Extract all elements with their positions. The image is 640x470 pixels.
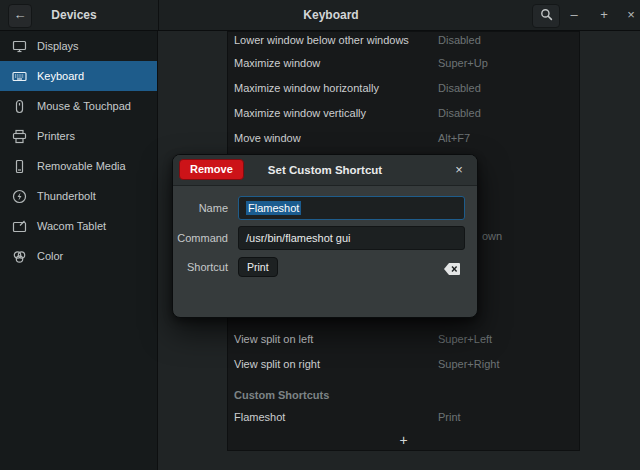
custom-shortcut-row[interactable]: Flameshot Print bbox=[228, 409, 579, 425]
maximize-button[interactable]: + bbox=[593, 4, 615, 26]
shortcut-label: Maximize window bbox=[234, 55, 320, 71]
shortcut-key-badge[interactable]: Print bbox=[238, 257, 278, 277]
set-custom-shortcut-dialog: Remove Set Custom Shortcut × Name Flames… bbox=[172, 154, 478, 318]
shortcut-label: Lower window below other windows bbox=[234, 32, 409, 48]
minimize-button[interactable]: – bbox=[563, 4, 585, 26]
dialog-headerbar: Remove Set Custom Shortcut × bbox=[173, 155, 477, 186]
shortcut-value: Disabled bbox=[438, 105, 481, 121]
shortcut-row[interactable]: View split on left Super+Left bbox=[228, 331, 579, 347]
add-shortcut-button[interactable]: + bbox=[228, 431, 579, 449]
sidebar-item-label: Wacom Tablet bbox=[37, 220, 106, 232]
mouse-icon bbox=[12, 99, 27, 114]
sidebar-item-label: Thunderbolt bbox=[37, 190, 96, 202]
minimize-icon: – bbox=[570, 7, 577, 22]
search-button[interactable] bbox=[532, 4, 560, 28]
name-input[interactable]: Flameshot bbox=[238, 196, 465, 220]
sidebar-item-wacom-tablet[interactable]: Wacom Tablet bbox=[0, 211, 157, 241]
sidebar-item-label: Removable Media bbox=[37, 160, 126, 172]
sidebar-item-label: Color bbox=[37, 250, 63, 262]
sidebar-item-displays[interactable]: Displays bbox=[0, 31, 157, 61]
name-input-selected-text: Flameshot bbox=[246, 201, 301, 215]
sidebar-item-keyboard[interactable]: Keyboard bbox=[0, 61, 157, 91]
dialog-close-icon: × bbox=[455, 162, 463, 177]
shortcut-label: Maximize window horizontally bbox=[234, 80, 379, 96]
shortcut-value: Alt+F7 bbox=[438, 130, 470, 146]
headerbar: ← Devices Keyboard – + × bbox=[0, 0, 640, 31]
shortcut-row[interactable]: Maximize window horizontally Disabled bbox=[228, 80, 579, 96]
remove-button[interactable]: Remove bbox=[179, 159, 244, 180]
printer-icon bbox=[12, 129, 27, 144]
shortcut-row[interactable]: Maximize window Super+Up bbox=[228, 55, 579, 71]
shortcut-value: Disabled bbox=[438, 32, 481, 48]
shortcut-row[interactable]: Maximize window vertically Disabled bbox=[228, 105, 579, 121]
headerbar-title-devices: Devices bbox=[0, 0, 148, 30]
shortcut-value: Disabled bbox=[438, 80, 481, 96]
shortcut-row[interactable]: Lower window below other windows Disable… bbox=[228, 32, 579, 48]
wacom-tablet-icon bbox=[12, 219, 27, 234]
sidebar-item-removable-media[interactable]: Removable Media bbox=[0, 151, 157, 181]
headerbar-title-keyboard: Keyboard bbox=[158, 0, 504, 30]
clear-shortcut-icon[interactable] bbox=[444, 261, 460, 273]
shortcut-value: Super+Right bbox=[438, 356, 499, 372]
command-field-label: Command bbox=[173, 226, 228, 250]
shortcut-label: View split on right bbox=[234, 356, 320, 372]
shortcut-field-label: Shortcut bbox=[173, 255, 228, 279]
shortcut-label: Maximize window vertically bbox=[234, 105, 366, 121]
command-input[interactable]: /usr/bin/flameshot gui bbox=[238, 226, 465, 250]
sidebar-item-thunderbolt[interactable]: Thunderbolt bbox=[0, 181, 157, 211]
shortcut-label: View split on left bbox=[234, 331, 313, 347]
sidebar-item-label: Printers bbox=[37, 130, 75, 142]
sidebar-item-mouse-touchpad[interactable]: Mouse & Touchpad bbox=[0, 91, 157, 121]
sidebar-item-color[interactable]: Color bbox=[0, 241, 157, 271]
shortcut-row[interactable]: View split on right Super+Right bbox=[228, 356, 579, 372]
sidebar-item-label: Displays bbox=[37, 40, 79, 52]
name-field-label: Name bbox=[173, 196, 228, 220]
settings-window: ← Devices Keyboard – + × Displays Keyboa… bbox=[0, 0, 640, 470]
shortcut-label: Move window bbox=[234, 130, 301, 146]
close-icon: × bbox=[627, 7, 635, 22]
close-button[interactable]: × bbox=[620, 4, 640, 26]
sidebar-item-label: Keyboard bbox=[37, 70, 84, 82]
shortcut-value: Super+Left bbox=[438, 331, 492, 347]
shortcut-label: Flameshot bbox=[234, 409, 285, 425]
removable-media-icon bbox=[12, 159, 27, 174]
sidebar-item-label: Mouse & Touchpad bbox=[37, 100, 131, 112]
sidebar-item-printers[interactable]: Printers bbox=[0, 121, 157, 151]
color-icon bbox=[12, 249, 27, 264]
shortcut-value: Super+Up bbox=[438, 55, 488, 71]
maximize-icon: + bbox=[600, 7, 608, 22]
keyboard-icon bbox=[12, 69, 27, 84]
sidebar: Displays Keyboard Mouse & Touchpad Print… bbox=[0, 31, 158, 470]
dialog-close-button[interactable]: × bbox=[449, 155, 469, 185]
occluded-shortcut-value-fragment: own bbox=[482, 228, 502, 244]
thunderbolt-icon bbox=[12, 189, 27, 204]
shortcut-row[interactable]: Move window Alt+F7 bbox=[228, 130, 579, 146]
display-icon bbox=[12, 39, 27, 54]
add-icon: + bbox=[399, 432, 407, 448]
shortcut-value: Print bbox=[438, 409, 461, 425]
custom-shortcuts-section-header: Custom Shortcuts bbox=[234, 387, 329, 403]
search-icon bbox=[540, 7, 553, 25]
